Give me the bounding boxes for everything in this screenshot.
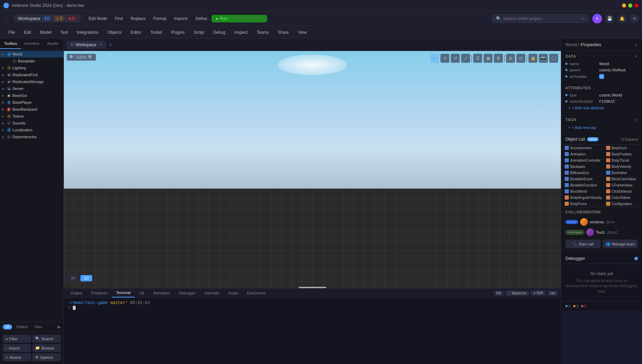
tab-assets[interactable]: Assets <box>42 39 64 49</box>
list-view[interactable]: ☰ <box>473 54 482 63</box>
obj-bodyposition[interactable]: BodyPosition <box>604 151 641 157</box>
obj-bodyangularvelocity[interactable]: BodyAngularVelocity <box>563 194 604 201</box>
imports-button[interactable]: Imports <box>171 15 191 22</box>
search-input[interactable] <box>503 16 580 21</box>
back-button[interactable]: ← <box>3 14 13 23</box>
edit-mode-button[interactable]: Edit Mode <box>85 15 111 22</box>
terminal-content[interactable]: ~/demo/test-game master* 00:01:01 > <box>64 298 561 364</box>
data-section-header[interactable]: Data ∨ <box>565 54 638 59</box>
start-call-button[interactable]: 📞 Start call <box>565 240 601 248</box>
filter-all[interactable]: All <box>3 324 12 330</box>
tags-section-collapse-icon[interactable]: ∨ <box>635 117 638 122</box>
2d-mode-button[interactable]: 2D <box>80 275 92 281</box>
nav-script[interactable]: Script <box>189 28 208 37</box>
obj-backpack[interactable]: Backpack <box>563 163 604 170</box>
search-submit-icon[interactable]: ↵ <box>582 16 585 21</box>
nav-editor[interactable]: Editor <box>126 28 145 37</box>
workspace-tab[interactable]: Workspace ℹ0 ⚠0 ●0 <box>14 14 81 22</box>
replace-button[interactable]: Replace <box>127 15 149 22</box>
obj-billboardgui[interactable]: BillboardGui <box>563 170 604 176</box>
nav-inspect[interactable]: Inspect <box>230 28 252 37</box>
filter-button[interactable]: ≡ Filter <box>3 335 31 343</box>
nav-objects[interactable]: Objects <box>103 28 126 37</box>
find-button[interactable]: Find <box>111 15 126 22</box>
term-tab-problems[interactable]: Problems <box>87 289 111 297</box>
term-tab-terminal[interactable]: Terminal <box>112 289 135 297</box>
add-attribute-button[interactable]: + + Add new attribute <box>565 104 638 111</box>
tree-item-lighting[interactable]: ▶ ☀ Lighting <box>0 64 64 71</box>
archivable-checkbox[interactable]: ✓ <box>599 74 604 79</box>
nav-toolkit[interactable]: Toolkit <box>146 28 166 37</box>
obj-boolvalue[interactable]: BoolValue <box>604 170 641 176</box>
nav-debug[interactable]: Debug <box>209 28 230 37</box>
obj-bindableevent[interactable]: BindableEvent <box>563 176 604 182</box>
obj-animation[interactable]: Animation <box>563 151 604 157</box>
term-tab-debugger[interactable]: Debugger <box>175 289 200 297</box>
nav-share[interactable]: Share <box>274 28 293 37</box>
search-bar[interactable]: 🔍 ↵ <box>492 14 589 23</box>
nav-file[interactable]: File <box>4 28 19 37</box>
nav-plugins[interactable]: Plugins <box>167 28 189 37</box>
tree-item-sounds[interactable]: ▶ ♪ Sounds <box>0 120 64 127</box>
term-tab-animation[interactable]: Animation <box>149 289 174 297</box>
tree-item-replicatedfirst[interactable]: ▶ ◈ ReplicatedFirst <box>0 71 64 78</box>
obj-accoutrement[interactable]: Accoutrement <box>563 145 604 151</box>
tree-item-basebackpack[interactable]: ▶ 🎒 BaseBackpack <box>0 106 64 113</box>
obj-bodythrust[interactable]: BodyThrust <box>604 157 641 163</box>
run-button[interactable]: ● Run +3776 ● 3.769 A8958 <box>212 15 267 22</box>
workspace-editor-tab[interactable]: ⬡ Workspace ✕ <box>67 41 106 49</box>
notification-icon[interactable]: 🔔 <box>617 14 627 23</box>
tree-item-dependencies[interactable]: ▶ ◇ Dependencies <box>0 133 64 140</box>
obj-color3value[interactable]: Color3Value <box>604 194 641 201</box>
obj-cframevalue[interactable]: CFrameValue <box>604 182 641 188</box>
obj-configuration[interactable]: Configuration <box>604 201 641 207</box>
user-avatar[interactable]: A <box>592 14 602 23</box>
close-button[interactable] <box>634 3 639 8</box>
browse-button[interactable]: 📁 Browse <box>32 344 61 352</box>
nav-integrations[interactable]: Integrations <box>73 28 103 37</box>
settings-icon[interactable]: ⚙ <box>630 14 639 23</box>
split-button[interactable]: ⧈ Split <box>531 290 546 296</box>
obj-brickcolorvalue[interactable]: BrickColorValue <box>604 176 641 182</box>
debugger-indicator[interactable] <box>634 257 638 260</box>
grid-view[interactable]: ▦ <box>484 54 493 63</box>
obj-blockmesh[interactable]: BlockMesh <box>563 188 604 194</box>
term-tab-internals[interactable]: Internals <box>201 289 223 297</box>
tree-item-baseplayer[interactable]: ▶ 👤 BasePlayer <box>0 99 64 106</box>
lock-btn[interactable]: 🔒 <box>528 54 537 63</box>
term-tab-output[interactable]: Output <box>67 289 86 297</box>
tab-add-button[interactable]: + <box>106 42 115 48</box>
rotate-tool[interactable]: ↺ <box>451 54 460 63</box>
manage-team-button[interactable]: 👥 Manage team <box>603 240 638 248</box>
search-button[interactable]: 🔍 Search <box>32 335 61 343</box>
obj-bodyvelocity[interactable]: BodyVelocity <box>604 163 641 170</box>
tree-item-replicatedstorage[interactable]: ▶ ◈ ReplicatedStorage <box>0 78 64 85</box>
tree-item-basegui[interactable]: ▶ ▣ BaseGui <box>0 92 64 99</box>
snap-btn[interactable]: ⊡ <box>516 54 525 63</box>
maximize-button[interactable] <box>628 3 632 8</box>
options-button[interactable]: ⚙ Options <box>32 353 61 361</box>
nav-teams[interactable]: Teams <box>253 28 273 37</box>
import-button[interactable]: ↓ Import <box>3 344 31 352</box>
obj-bodygyro[interactable]: BodyGyro <box>604 145 641 151</box>
obj-animationcontroller[interactable]: AnimationController <box>563 157 604 163</box>
filter-play-icon[interactable]: ▶ <box>58 324 61 330</box>
filter-folders[interactable]: Folders <box>13 324 30 330</box>
zoom-in-icon[interactable]: 🔍 <box>88 55 93 60</box>
define-button[interactable]: Define <box>192 15 211 22</box>
zoom-out-icon[interactable]: 🔍 <box>69 55 75 60</box>
tree-item-localization[interactable]: ▶ 🌐 Localization <box>0 127 64 133</box>
minimize-button[interactable] <box>622 3 626 8</box>
maximize-terminal-button[interactable]: ⬚ Maximize <box>505 291 529 296</box>
data-section-collapse-icon[interactable]: ∨ <box>635 54 638 59</box>
tab-close-icon[interactable]: ✕ <box>99 43 102 47</box>
attributes-section-header[interactable]: Attributes <box>565 86 638 90</box>
camera-btn[interactable]: 📷 <box>539 54 548 63</box>
tree-item-teams[interactable]: ▶ ★ Teams <box>0 113 64 120</box>
nav-test[interactable]: Test <box>56 28 72 37</box>
term-tab-git[interactable]: Git <box>135 289 148 297</box>
assets-button[interactable]: ◇ Assets <box>3 353 31 361</box>
grid-btn[interactable]: ⊞ <box>506 54 515 63</box>
tags-section-header[interactable]: Tags ∨ <box>565 117 638 122</box>
tab-inventory[interactable]: Inventory <box>21 39 42 49</box>
